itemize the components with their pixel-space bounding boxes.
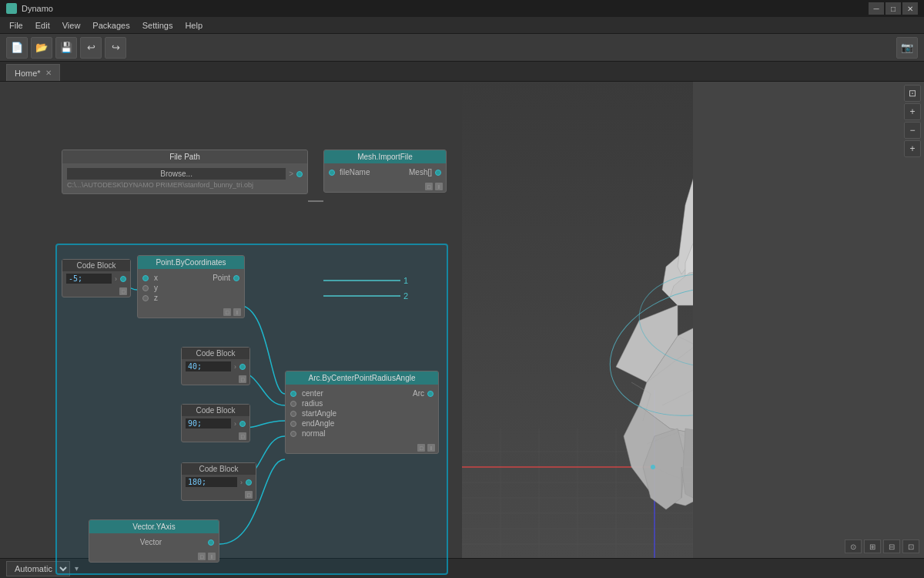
arc-startangle-label: startAngle — [302, 409, 336, 418]
vector-yaxis-output-label: Vector — [94, 538, 208, 546]
browse-label[interactable]: Browse... — [67, 168, 286, 180]
home-tab[interactable]: Home* ✕ — [6, 64, 60, 81]
arc-endangle-label: endAngle — [302, 419, 334, 428]
arc-node: Arc.ByCenterPointRadiusAngle center Arc … — [285, 371, 439, 454]
vector-yaxis-header: Vector.YAxis — [89, 520, 219, 533]
mesh-import-footer-icon1: □ — [425, 183, 433, 190]
menu-help[interactable]: Help — [179, 19, 209, 32]
menu-edit[interactable]: Edit — [29, 19, 56, 32]
mesh-import-header: Mesh.ImportFile — [324, 150, 446, 163]
vector-yaxis-node: Vector.YAxis Vector □ I — [89, 519, 219, 563]
point-z-label: z — [154, 294, 158, 302]
tab-close-icon[interactable]: ✕ — [45, 69, 52, 77]
menu-view[interactable]: View — [56, 19, 87, 32]
point-footer-icon1: □ — [223, 308, 231, 316]
arc-header: Arc.ByCenterPointRadiusAngle — [286, 371, 438, 385]
view-icon-4[interactable]: ⊡ — [902, 539, 919, 553]
title-bar: Dynamo ─ □ ✕ — [0, 0, 924, 17]
new-button[interactable]: 📄 — [6, 37, 28, 59]
viewport-3d[interactable]: ⊡ + − + ⊙ ⊞ ⊟ ⊡ — [462, 82, 924, 558]
code-block-3-output-port[interactable] — [239, 421, 246, 427]
fit-view-button[interactable]: ⊡ — [904, 85, 921, 102]
code-block-2-arrow[interactable]: › — [234, 363, 236, 371]
code-block-1-footer: □ — [119, 287, 127, 295]
code-block-1-value[interactable]: -5; — [66, 274, 112, 284]
app-icon — [6, 3, 17, 14]
menu-settings[interactable]: Settings — [136, 19, 179, 32]
arc-startangle-input-port[interactable] — [290, 411, 296, 417]
code-block-4-value[interactable]: 180; — [186, 477, 237, 487]
close-button[interactable]: ✕ — [902, 2, 918, 15]
point-y-input-port[interactable] — [142, 285, 149, 291]
arc-output-label: Arc — [413, 389, 424, 398]
point-z-input-port[interactable] — [142, 295, 149, 301]
code-block-4-arrow[interactable]: › — [240, 479, 243, 486]
redo-button[interactable]: ↪ — [105, 37, 126, 59]
code-block-4-output-port[interactable] — [246, 479, 252, 486]
view-icon-3[interactable]: ⊟ — [883, 539, 900, 553]
minimize-button[interactable]: ─ — [869, 2, 884, 15]
code-block-4-node: Code Block 180; › □ — [181, 462, 256, 501]
svg-point-52 — [651, 465, 655, 469]
file-path-arrow: > — [286, 170, 296, 178]
view-icon-1[interactable]: ⊙ — [845, 539, 862, 553]
menu-file[interactable]: File — [3, 19, 29, 32]
mesh-import-output-port[interactable] — [435, 170, 441, 176]
tab-label: Home* — [15, 69, 41, 78]
code-block-3-header: Code Block — [182, 405, 249, 416]
view-settings-button[interactable]: + — [904, 140, 921, 157]
arc-normal-input-port[interactable] — [290, 431, 296, 437]
point-by-coords-header: Point.ByCoordinates — [138, 256, 244, 269]
viewport-controls: ⊡ + − + — [904, 85, 921, 157]
mesh-import-node: Mesh.ImportFile fileName Mesh[] □ I — [323, 150, 447, 193]
point-output-port[interactable] — [233, 275, 239, 281]
arc-endangle-input-port[interactable] — [290, 421, 296, 427]
maximize-button[interactable]: □ — [886, 2, 901, 15]
vector-yaxis-output-port[interactable] — [208, 539, 214, 546]
zoom-out-button[interactable]: − — [904, 122, 921, 139]
window-title: Dynamo — [22, 4, 53, 13]
viewport-bottom-icons: ⊙ ⊞ ⊟ ⊡ — [845, 539, 919, 553]
vector-yaxis-footer-icon1: □ — [198, 553, 206, 560]
code-block-2-output-port[interactable] — [239, 364, 246, 370]
tab-bar: Home* ✕ — [0, 62, 924, 82]
code-block-3-footer: □ — [239, 432, 246, 440]
grid-svg — [462, 82, 693, 558]
point-x-input-port[interactable] — [142, 275, 149, 281]
camera-button[interactable]: 📷 — [896, 37, 918, 59]
arc-radius-input-port[interactable] — [290, 401, 296, 407]
view-icon-2[interactable]: ⊞ — [864, 539, 881, 553]
vector-yaxis-footer-icon2: I — [208, 553, 216, 560]
file-path-value: C:\...\AUTODESK\DYNAMO PRIMER\stanford_b… — [67, 181, 253, 189]
undo-button[interactable]: ↩ — [80, 37, 102, 59]
code-block-2-footer: □ — [239, 375, 246, 383]
point-output-label: Point — [213, 274, 230, 282]
code-block-2-node: Code Block 40; › □ — [181, 347, 250, 385]
code-block-3-node: Code Block 90; › □ — [181, 404, 250, 442]
point-x-label: x — [154, 274, 158, 282]
mesh-import-output-label: Mesh[] — [409, 168, 432, 176]
mesh-import-footer-icon2: I — [435, 183, 443, 190]
code-block-3-value[interactable]: 90; — [186, 418, 231, 428]
point-by-coords-node: Point.ByCoordinates x Point y z □ — [137, 255, 245, 318]
code-block-2-value[interactable]: 40; — [186, 361, 231, 371]
file-path-output-port[interactable] — [296, 171, 303, 177]
arc-center-input-port[interactable] — [290, 391, 296, 397]
menu-packages[interactable]: Packages — [86, 19, 136, 32]
mesh-import-input-port[interactable] — [329, 170, 335, 176]
arc-footer-icon1: □ — [417, 444, 425, 452]
code-block-1-arrow[interactable]: › — [115, 275, 117, 283]
menu-bar: File Edit View Packages Settings Help — [0, 17, 924, 34]
code-block-2-header: Code Block — [182, 348, 249, 359]
code-block-1-node: Code Block -5; › □ — [62, 259, 131, 297]
arc-output-port[interactable] — [427, 391, 434, 397]
zoom-in-button[interactable]: + — [904, 103, 921, 120]
code-block-1-header: Code Block — [62, 260, 130, 271]
code-block-1-output-port[interactable] — [120, 276, 126, 282]
code-block-3-arrow[interactable]: › — [234, 420, 236, 428]
point-y-label: y — [154, 284, 158, 292]
open-button[interactable]: 📂 — [31, 37, 52, 59]
arc-footer-icon2: I — [427, 444, 435, 452]
arc-center-label: center — [302, 389, 323, 398]
save-button[interactable]: 💾 — [55, 37, 77, 59]
